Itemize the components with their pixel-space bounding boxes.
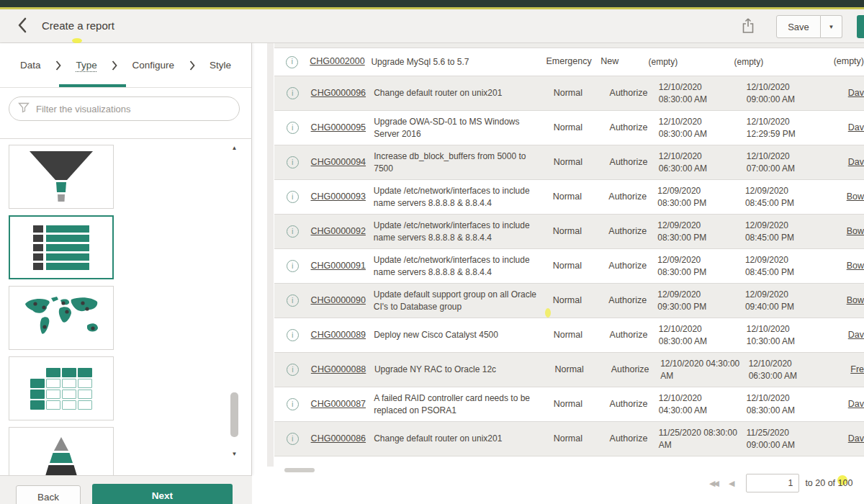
change-number-link[interactable]: CHG0000086 bbox=[311, 433, 366, 444]
change-number-link[interactable]: CHG0002000 bbox=[310, 56, 364, 66]
assigned-to-link[interactable]: Dav bbox=[848, 157, 864, 167]
viz-thumbnail-funnel[interactable] bbox=[9, 145, 114, 209]
step-data[interactable]: Data bbox=[20, 60, 41, 71]
info-icon[interactable]: i bbox=[287, 156, 299, 168]
change-number-link[interactable]: CHG0000088 bbox=[311, 364, 366, 374]
planned-end-date: 12/09/2020 09:40:00 PM bbox=[745, 289, 831, 313]
scroll-up-icon[interactable]: ▲ bbox=[229, 145, 240, 151]
info-icon[interactable]: i bbox=[287, 225, 299, 238]
info-icon[interactable]: i bbox=[287, 260, 299, 272]
short-description: Change default router on unix201 bbox=[374, 87, 554, 99]
state-value: Authorize bbox=[610, 433, 659, 446]
viz-thumbnail-pyramid[interactable] bbox=[9, 427, 114, 481]
info-icon[interactable]: i bbox=[287, 191, 299, 203]
step-type[interactable]: Type bbox=[76, 60, 96, 71]
info-icon[interactable]: i bbox=[287, 398, 299, 410]
assigned-to-link[interactable]: Bow bbox=[847, 226, 864, 236]
scroll-down-icon[interactable]: ▼ bbox=[229, 451, 240, 457]
change-number-link[interactable]: CHG0000091 bbox=[310, 261, 365, 271]
run-button-fragment[interactable] bbox=[857, 15, 864, 38]
cursor-highlight bbox=[545, 308, 551, 318]
filter-input[interactable] bbox=[36, 104, 230, 114]
save-button[interactable]: Save bbox=[776, 15, 821, 38]
change-number-link[interactable]: CHG0000093 bbox=[310, 192, 365, 202]
chevron-right-icon bbox=[55, 60, 61, 71]
info-icon[interactable]: i bbox=[287, 329, 299, 341]
assigned-to-link[interactable]: Dav bbox=[848, 399, 864, 409]
assigned-to-link[interactable]: Dav bbox=[848, 88, 864, 98]
share-button[interactable] bbox=[739, 17, 757, 37]
change-number-link[interactable]: CHG0000089 bbox=[311, 330, 366, 340]
table-row: i CHG0000086 Change default router on un… bbox=[274, 422, 864, 456]
short-description: Upgrade OWA-SD-01 to MS Windows Server 2… bbox=[374, 116, 554, 140]
assigned-to-link: (empty) bbox=[834, 56, 864, 66]
first-page-icon[interactable]: ◀◀ bbox=[709, 479, 717, 488]
table-row: i CHG0000093 Update /etc/network/interfa… bbox=[274, 180, 864, 215]
assigned-to-link[interactable]: Bow bbox=[847, 192, 864, 202]
assigned-to-link[interactable]: Dav bbox=[848, 433, 864, 444]
list-chart-icon bbox=[33, 225, 89, 270]
short-description: Update /etc/network/interfaces to includ… bbox=[374, 254, 553, 279]
table-row: i CHG0000089 Deploy new Cisco Catalyst 4… bbox=[274, 318, 864, 353]
back-arrow-button[interactable] bbox=[13, 17, 32, 36]
info-icon[interactable]: i bbox=[287, 87, 299, 99]
scrollbar-thumb[interactable] bbox=[230, 392, 238, 437]
visualization-filter bbox=[9, 96, 240, 121]
report-preview-table: i CHG0002000 Upgrade MySql 5.6 to 5.7 Em… bbox=[274, 43, 864, 456]
assigned-to-link[interactable]: Fre bbox=[850, 364, 864, 374]
page-number-input[interactable] bbox=[746, 474, 799, 492]
priority-value: Emergency bbox=[546, 55, 600, 68]
viz-thumbnail-heatmap[interactable] bbox=[9, 356, 114, 420]
info-icon[interactable]: i bbox=[287, 122, 299, 134]
change-number-link[interactable]: CHG0000094 bbox=[311, 157, 366, 167]
assigned-to-link[interactable]: Bow bbox=[847, 261, 864, 271]
info-icon[interactable]: i bbox=[287, 364, 299, 376]
planned-start-date: 12/10/2020 08:30:00 AM bbox=[659, 116, 747, 140]
state-value: Authorize bbox=[610, 122, 659, 135]
preview-vertical-scrollbar[interactable] bbox=[267, 43, 274, 467]
chevron-right-icon bbox=[189, 60, 195, 71]
planned-end-date: 11/25/2020 09:00:00 AM bbox=[747, 427, 832, 451]
planned-start-date: 11/25/2020 08:30:00 AM bbox=[659, 427, 747, 451]
change-number-link[interactable]: CHG0000092 bbox=[310, 226, 365, 236]
planned-end-date: 12/10/2020 08:30:00 AM bbox=[747, 392, 832, 417]
save-dropdown-button[interactable]: ▼ bbox=[821, 15, 842, 38]
back-button[interactable]: Back bbox=[16, 485, 81, 504]
planned-end-date: 12/10/2020 07:00:00 AM bbox=[747, 150, 832, 175]
change-number-link[interactable]: CHG0000095 bbox=[311, 122, 366, 132]
preview-horizontal-scrollbar-thumb[interactable] bbox=[284, 468, 315, 472]
state-value: Authorize bbox=[610, 329, 659, 342]
state-value: Authorize bbox=[608, 260, 657, 273]
viz-thumbnail-list[interactable] bbox=[9, 215, 114, 279]
state-value: Authorize bbox=[608, 294, 657, 307]
short-description: A failed RAID controller card needs to b… bbox=[374, 392, 554, 417]
step-style[interactable]: Style bbox=[210, 60, 231, 71]
heatmap-table-icon bbox=[30, 368, 92, 410]
world-map-icon bbox=[22, 295, 100, 341]
report-table-body: i CHG0002000 Upgrade MySql 5.6 to 5.7 Em… bbox=[274, 48, 864, 456]
change-number-link[interactable]: CHG0000090 bbox=[310, 295, 365, 305]
pyramid-chart-icon bbox=[25, 434, 97, 482]
viz-thumbnail-map[interactable] bbox=[9, 286, 114, 350]
planned-start-date: 12/09/2020 08:30:00 PM bbox=[657, 220, 745, 244]
priority-value: Normal bbox=[554, 364, 611, 377]
step-configure[interactable]: Configure bbox=[132, 60, 175, 71]
short-description: Update default support group on all Orac… bbox=[374, 289, 553, 313]
previous-page-icon[interactable]: ◀ bbox=[729, 479, 734, 488]
planned-start-date: 12/10/2020 04:30:00 AM bbox=[659, 392, 747, 417]
info-icon[interactable]: i bbox=[287, 294, 299, 307]
planned-start-date: (empty) bbox=[649, 56, 734, 68]
change-number-link[interactable]: CHG0000096 bbox=[311, 88, 366, 98]
next-button[interactable]: Next bbox=[92, 484, 233, 504]
short-description: Change default router on unix201 bbox=[374, 433, 554, 445]
info-icon[interactable]: i bbox=[286, 56, 298, 68]
wizard-footer: Back Next bbox=[0, 475, 252, 504]
info-icon[interactable]: i bbox=[287, 433, 299, 445]
assigned-to-link[interactable]: Bow bbox=[847, 295, 864, 305]
change-number-link[interactable]: CHG0000087 bbox=[311, 399, 366, 409]
priority-value: Normal bbox=[554, 87, 610, 100]
assigned-to-link[interactable]: Dav bbox=[848, 122, 864, 132]
assigned-to-link[interactable]: Dav bbox=[848, 330, 864, 340]
planned-end-date: 12/09/2020 08:45:00 PM bbox=[745, 185, 831, 210]
priority-value: Normal bbox=[553, 294, 609, 307]
